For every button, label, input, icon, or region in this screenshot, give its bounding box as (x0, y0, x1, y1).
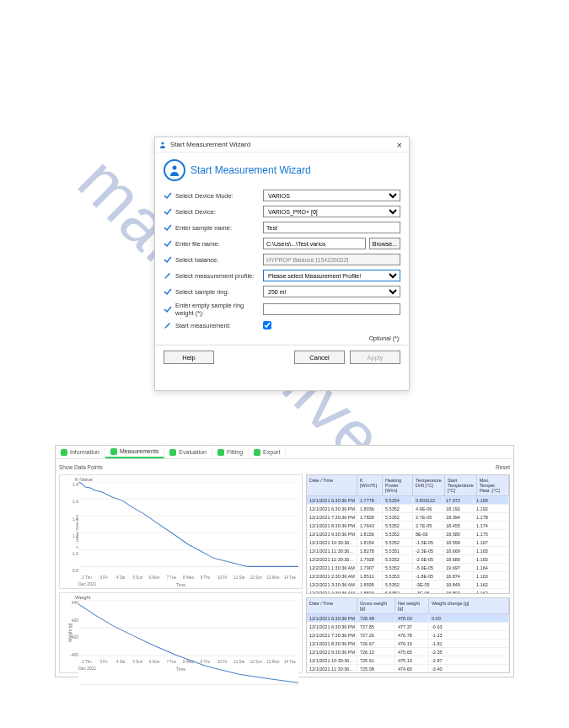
table-cell: 476.78 (395, 631, 429, 640)
chart-icon (110, 448, 117, 455)
chart-xsub: Dec 2021 (78, 581, 96, 586)
tab-information[interactable]: Information (56, 446, 105, 458)
help-button[interactable]: Help (164, 351, 214, 364)
measurement-wizard-dialog: Start Measurement Wizard × Start Measure… (154, 136, 410, 391)
table-cell: 18.669 (443, 547, 474, 555)
column-header[interactable]: K [W/m*K] (357, 475, 383, 496)
table-row[interactable]: 12/1/2021 6:30:36 PM1.80365.53524.9E-061… (307, 505, 509, 513)
table-row[interactable]: 12/1/2021 6:30:36 PM1.77785.53540.803122… (307, 496, 509, 505)
profile-select[interactable]: Please select Measurement Profile! (263, 270, 400, 281)
table-cell: -2.87 (429, 656, 509, 665)
dialog-title: Start Measurement Wizard (170, 141, 250, 148)
device-select[interactable]: VARIOS_PRO+ [0] (263, 206, 400, 217)
column-header[interactable]: Max. Temper. Heat. [°C] (477, 475, 509, 496)
reset-link[interactable]: Reset (496, 464, 510, 470)
column-header[interactable]: Gross weight [g] (357, 598, 395, 614)
tab-label: Export (263, 449, 280, 455)
tab-fitting[interactable]: Fitting (212, 446, 249, 458)
table-row[interactable]: 12/1/2021 10:30:36...725.61475.13-2.87 (307, 656, 509, 665)
eval-icon (169, 449, 176, 456)
table-row[interactable]: 12/1/2021 6:30:36 PM728.48478.000.00 (307, 614, 509, 623)
column-header[interactable]: Net weight [g] (395, 598, 429, 614)
ring-select[interactable]: 250 ml (263, 286, 400, 297)
table-cell: 1.164 (474, 564, 509, 572)
table-cell: 2.7E-05 (413, 522, 443, 530)
table-cell: 1.189 (474, 496, 509, 505)
table-cell: 5.5352 (383, 505, 413, 513)
table-cell: 727.26 (357, 631, 395, 640)
tab-measurements[interactable]: Measurements (105, 446, 164, 458)
table-cell: 12/1/2021 7:30:36 PM (307, 513, 357, 522)
tab-label: Fitting (227, 449, 243, 455)
chart-line (78, 600, 298, 684)
close-icon[interactable]: × (394, 140, 405, 150)
table-cell: 18.192 (443, 505, 474, 513)
table-cell: 19.697 (443, 564, 474, 572)
chart-yaxis: 440420400-400 (68, 600, 78, 657)
column-header[interactable]: Date / Time (307, 475, 357, 496)
table-cell: -5.9E-05 (413, 564, 443, 572)
table-cell: 475.13 (395, 656, 429, 665)
table-cell: 5.5352 (383, 522, 413, 530)
chart-xlabel: Time (176, 666, 185, 672)
table-row[interactable]: 12/2/2021 4:30:36 AM1.85935.5352-3E-0518… (307, 589, 509, 594)
column-header[interactable]: Weight change [g] (429, 598, 509, 614)
column-header[interactable]: Heating Power [W/m] (383, 475, 413, 496)
table-row[interactable]: 12/1/2021 10:30:36...1.81545.5352-1.5E-0… (307, 538, 509, 547)
cancel-button[interactable]: Cancel (294, 351, 345, 364)
table-cell: -1.5E-05 (413, 538, 443, 547)
column-header[interactable]: Start Temperature [°C] (445, 475, 477, 496)
table-cell: 5.5352 (383, 581, 413, 589)
tab-bar: Information Measurements Evaluation Fitt… (56, 446, 513, 459)
table-cell: 12/2/2021 4:30:36 AM (307, 589, 357, 594)
table-cell: 5.5352 (383, 564, 413, 572)
table-row[interactable]: 12/1/2021 11:30:36...1.82785.5351-2.3E-0… (307, 547, 509, 555)
table-cell: -2.3E-05 (413, 547, 443, 555)
table-row[interactable]: 12/1/2021 8:30:36 PM726.67476.19-1.81 (307, 640, 509, 648)
browse-button[interactable]: Browse... (369, 238, 400, 249)
check-icon (164, 239, 172, 248)
table-cell: 12/2/2021 1:30:36 AM (307, 564, 357, 572)
table-row[interactable]: 12/2/2021 12:30:36...1.79285.5352-2.6E-0… (307, 555, 509, 564)
table-row[interactable]: 12/1/2021 9:30:36 PM1.81565.53528E-0618.… (307, 530, 509, 538)
table-row[interactable]: 12/1/2021 7:30:36 PM1.78285.53522.7E-051… (307, 513, 509, 522)
svg-rect-2 (78, 482, 298, 570)
table-cell: 1.7828 (357, 513, 383, 522)
tab-evaluation[interactable]: Evaluation (164, 446, 212, 458)
results-panel: Information Measurements Evaluation Fitt… (55, 445, 514, 677)
file-name-input[interactable] (263, 238, 366, 249)
table-cell: 12/1/2021 6:30:36 PM (307, 614, 357, 623)
svg-point-0 (162, 142, 164, 144)
ring-label: Select sample ring: (175, 288, 260, 296)
table-cell: 1.175 (474, 530, 509, 538)
table-row[interactable]: 12/1/2021 11:30:36...725.08474.60-3.40 (307, 665, 509, 673)
ring-weight-input[interactable] (263, 303, 400, 315)
balance-input (263, 254, 400, 265)
table-row[interactable]: 12/1/2021 9:30:36 PM726.13475.65-2.35 (307, 648, 509, 656)
tab-export[interactable]: Export (249, 446, 286, 458)
device-mode-select[interactable]: VARIOS (263, 190, 400, 201)
table-row[interactable]: 12/2/2021 1:30:36 AM1.79075.5352-5.9E-05… (307, 564, 509, 572)
table-cell: 726.13 (357, 648, 395, 656)
table-row[interactable]: 12/1/2021 6:30:36 PM727.85477.37-0.63 (307, 623, 509, 631)
table-row[interactable]: 12/2/2021 3:30:36 AM1.85955.5352-3E-0518… (307, 581, 509, 589)
table-cell: 12/1/2021 7:30:36 PM (307, 631, 357, 640)
device-mode-label: Select Device Mode: (175, 192, 260, 200)
table-row[interactable]: 12/1/2021 7:30:36 PM727.26476.78-1.23 (307, 631, 509, 640)
column-header[interactable]: Temperature Drift [°C] (413, 475, 445, 496)
apply-button[interactable]: Apply (350, 351, 400, 364)
chart-xaxis: 2 Thu3 Fri4 Sat5 Sun6 Mon7 Tue8 Wed9 Thu… (78, 575, 298, 580)
table-row[interactable]: 12/2/2021 2:30:36 AM1.85115.5353-1.8E-05… (307, 572, 509, 581)
sample-name-input[interactable] (263, 222, 400, 233)
table-cell: 0.00 (429, 614, 509, 623)
tab-label: Information (70, 449, 99, 455)
table-row[interactable]: 12/1/2021 8:30:36 PM1.76435.53522.7E-051… (307, 522, 509, 530)
column-header[interactable]: Date / Time (307, 598, 357, 614)
table-cell: 5.5351 (383, 547, 413, 555)
start-measurement-checkbox[interactable] (263, 321, 271, 329)
table-cell: 0.803122 (413, 496, 443, 505)
table-cell: 18.599 (443, 538, 474, 547)
table-cell: 12/1/2021 9:30:36 PM (307, 648, 357, 656)
chart-yaxis: 1.81.61.41.21.00.8 (68, 482, 78, 573)
fitting-icon (217, 449, 224, 456)
